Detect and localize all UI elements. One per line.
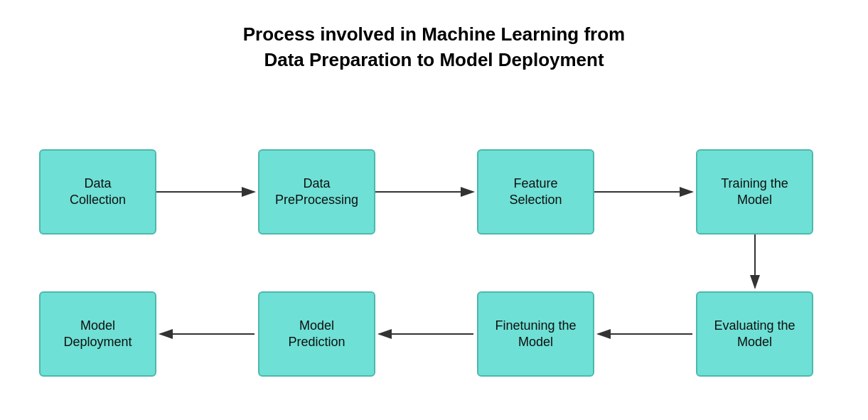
box-evaluating-label: Evaluating theModel: [714, 318, 795, 351]
box-deployment-label: ModelDeployment: [63, 318, 132, 351]
box-preprocessing: DataPreProcessing: [258, 149, 375, 235]
box-model-prediction: ModelPrediction: [258, 291, 375, 377]
box-preprocessing-label: DataPreProcessing: [275, 176, 358, 209]
diagram-container: Process involved in Machine Learning fro…: [0, 0, 868, 420]
box-model-deployment: ModelDeployment: [39, 291, 156, 377]
box-training-label: Training theModel: [721, 176, 788, 209]
title-line1: Process involved in Machine Learning fro…: [243, 23, 625, 45]
box-data-collection: DataCollection: [39, 149, 156, 235]
box-finetuning-model: Finetuning theModel: [477, 291, 594, 377]
diagram-title: Process involved in Machine Learning fro…: [0, 0, 868, 73]
box-training-model: Training theModel: [696, 149, 813, 235]
box-feature-selection-label: FeatureSelection: [509, 176, 562, 209]
box-prediction-label: ModelPrediction: [288, 318, 345, 351]
flowchart: DataCollection DataPreProcessing Feature…: [0, 114, 868, 398]
box-feature-selection: FeatureSelection: [477, 149, 594, 235]
title-line2: Data Preparation to Model Deployment: [264, 49, 604, 70]
box-evaluating-model: Evaluating theModel: [696, 291, 813, 377]
box-data-collection-label: DataCollection: [70, 176, 126, 209]
box-finetuning-label: Finetuning theModel: [495, 318, 576, 351]
